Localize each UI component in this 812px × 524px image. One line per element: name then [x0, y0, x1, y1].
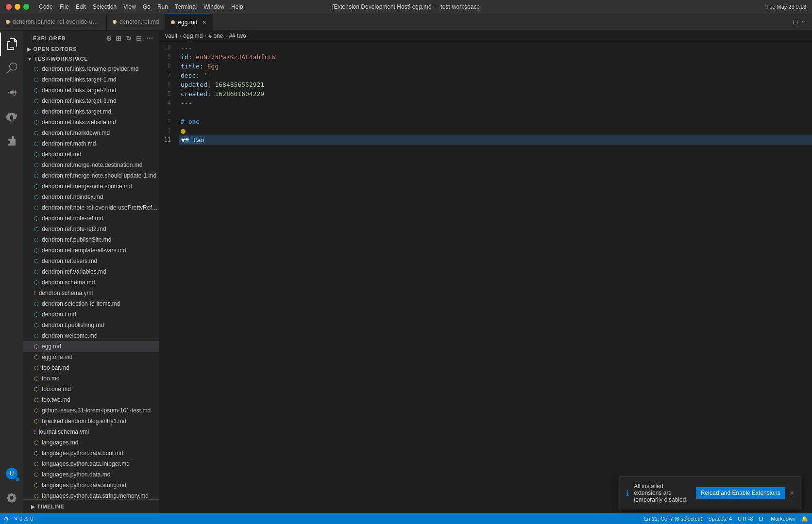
line-content[interactable]: --- [179, 98, 812, 108]
menu-code[interactable]: Code [39, 3, 53, 10]
tab-dendron-ref-note-ref-override[interactable]: dendron.ref.note-ref-override-usePrettyR… [0, 14, 107, 30]
list-item[interactable]: ⬡dendron.ref.template-all-vars.md [23, 245, 159, 256]
list-item[interactable]: ⬡languages.python.data.bool.md [23, 448, 159, 458]
list-item[interactable]: !dendron.schema.yml [23, 288, 159, 298]
list-item[interactable]: ⬡languages.md [23, 437, 159, 448]
line-content[interactable]: updated: 1684856552921 [179, 80, 812, 89]
activity-search[interactable] [0, 57, 23, 80]
menu-help[interactable]: Help [231, 3, 243, 10]
list-item[interactable]: ⬡dendron.ref.note-ref2.md [23, 224, 159, 234]
error-count[interactable]: ✕ 0 ⚠ 0 [14, 516, 33, 522]
activity-explorer[interactable] [0, 33, 23, 56]
breadcrumb-section2[interactable]: ## two [229, 33, 246, 39]
refresh-icon[interactable]: ↻ [126, 34, 132, 42]
list-item[interactable]: ⬡dendron.ref.noindex.md [23, 192, 159, 202]
timeline-header[interactable]: ▶ TIMELINE [27, 502, 155, 511]
list-item[interactable]: ⬡languages.python.data.md [23, 469, 159, 480]
list-item[interactable]: ⬡egg.md [23, 341, 159, 352]
line-content[interactable]: desc: '' [179, 71, 812, 80]
tab-dendron-ref[interactable]: dendron.ref.md [107, 14, 165, 30]
tab-egg[interactable]: egg.md × [165, 14, 212, 30]
list-item[interactable]: ⬡dendron.ref.math.md [23, 138, 159, 149]
list-item[interactable]: ⬡dendron.ref.links.target.md [23, 106, 159, 117]
remote-button[interactable]: ⚙ [4, 516, 9, 522]
breadcrumb-vault[interactable]: vault [165, 33, 177, 39]
list-item[interactable]: ⬡dendron.ref.merge-note.should-update-1.… [23, 170, 159, 181]
menu-view[interactable]: View [123, 3, 136, 10]
list-item[interactable]: ⬡egg.one.md [23, 352, 159, 362]
list-item[interactable]: ⬡foo.md [23, 373, 159, 384]
indentation[interactable]: Spaces: 4 [708, 516, 732, 522]
list-item[interactable]: ⬡dendron.ref.note-ref-override-usePretty… [23, 202, 159, 213]
list-item[interactable]: !journal.schema.yml [23, 426, 159, 437]
menu-go[interactable]: Go [143, 3, 151, 10]
list-item[interactable]: ⬡dendron.ref.merge-note.destination.md [23, 160, 159, 170]
list-item[interactable]: ⬡dendron.t.md [23, 309, 159, 320]
encoding[interactable]: UTF-8 [738, 516, 753, 522]
collapse-all-icon[interactable]: ⊟ [136, 34, 142, 42]
list-item[interactable]: ⬡dendron.ref.note-ref.md [23, 213, 159, 224]
line-content[interactable] [179, 126, 812, 135]
list-item[interactable]: ⬡dendron.ref.links.target-3.md [23, 96, 159, 106]
more-sidebar-icon[interactable]: ⋯ [146, 34, 153, 42]
breadcrumb-section1[interactable]: # one [208, 33, 223, 39]
activity-accounts[interactable]: U [0, 462, 23, 485]
tab-close-icon[interactable]: × [202, 19, 206, 26]
list-item[interactable]: ⬡languages.python.data.string.md [23, 480, 159, 491]
list-item[interactable]: ⬡foo.one.md [23, 384, 159, 394]
close-button[interactable] [6, 4, 12, 10]
activity-extensions[interactable] [0, 130, 23, 153]
list-item[interactable]: ⬡dendron.ref.links.target-2.md [23, 85, 159, 96]
list-item[interactable]: ⬡dendron.ref.merge-note.source.md [23, 181, 159, 192]
list-item[interactable]: ⬡dendron.welcome.md [23, 330, 159, 341]
list-item[interactable]: ⬡foo bar.md [23, 362, 159, 373]
notifications-bell[interactable]: 🔔 [801, 516, 808, 522]
list-item[interactable]: ⬡github.issues.31-lorem-ipsum-101-test.m… [23, 405, 159, 416]
list-item[interactable]: ⬡languages.python.data.string.memory.md [23, 491, 159, 499]
test-workspace-section[interactable]: ▼ TEST-WORKSPACE [23, 54, 159, 64]
line-content[interactable]: --- [179, 43, 812, 52]
list-item[interactable]: ⬡dendron.ref.links.target-1.md [23, 74, 159, 85]
list-item[interactable]: ⬡dendron.selection-to-items.md [23, 298, 159, 309]
reload-extensions-button[interactable]: Reload and Enable Extensions [696, 487, 785, 499]
list-item[interactable]: ⬡dendron.ref.md [23, 149, 159, 160]
line-content[interactable]: ## two [179, 135, 812, 145]
breadcrumb-file[interactable]: egg.md [183, 33, 203, 39]
minimize-button[interactable] [15, 4, 20, 10]
list-item[interactable]: ⬡dendron.ref.publishSite.md [23, 234, 159, 245]
list-item[interactable]: ⬡languages.python.data.integer.md [23, 458, 159, 469]
language-mode[interactable]: Markdown [771, 516, 795, 522]
line-ending[interactable]: LF [759, 516, 765, 522]
menu-selection[interactable]: Selection [93, 3, 117, 10]
list-item[interactable]: ⬡dendron.schema.md [23, 277, 159, 288]
activity-source-control[interactable] [0, 81, 23, 104]
menu-file[interactable]: File [60, 3, 69, 10]
new-file-icon[interactable]: ⊕ [106, 34, 112, 42]
line-content[interactable]: id: eoNz75Pw7KzJAL4ahfcLW [179, 52, 812, 62]
menu-run[interactable]: Run [157, 3, 168, 10]
activity-settings[interactable] [0, 486, 23, 509]
activity-debug[interactable] [0, 105, 23, 129]
menu-window[interactable]: Window [203, 3, 224, 10]
menu-edit[interactable]: Edit [76, 3, 86, 10]
maximize-button[interactable] [23, 4, 29, 10]
list-item[interactable]: ⬡dendron.ref.links.website.md [23, 117, 159, 128]
timeline-section[interactable]: ▶ TIMELINE [23, 499, 159, 513]
list-item[interactable]: ⬡dendron.ref.links.rename-provider.md [23, 64, 159, 74]
new-folder-icon[interactable]: ⊞ [116, 34, 122, 42]
open-editors-section[interactable]: ▶ OPEN EDITORS [23, 44, 159, 54]
list-item[interactable]: ⬡dendron.t.publishing.md [23, 320, 159, 330]
list-item[interactable]: ⬡hijacked.dendron.blog.entry1.md [23, 416, 159, 426]
notification-close-icon[interactable]: × [790, 489, 794, 497]
line-content[interactable]: title: Egg [179, 62, 812, 71]
list-item[interactable]: ⬡dendron.ref.users.md [23, 256, 159, 266]
list-item[interactable]: ⬡dendron.ref.variables.md [23, 266, 159, 277]
line-content[interactable]: created: 1628601604229 [179, 89, 812, 98]
more-actions-icon[interactable]: ⋯ [801, 18, 808, 26]
list-item[interactable]: ⬡dendron.ref.markdown.md [23, 128, 159, 138]
split-editor-icon[interactable]: ⊟ [793, 18, 798, 26]
cursor-position[interactable]: Ln 11, Col 7 (6 selected) [644, 516, 702, 522]
code-editor[interactable]: 10---9id: eoNz75Pw7KzJAL4ahfcLW8title: E… [159, 41, 812, 513]
list-item[interactable]: ⬡foo.two.md [23, 394, 159, 405]
line-content[interactable]: # one [179, 117, 812, 126]
